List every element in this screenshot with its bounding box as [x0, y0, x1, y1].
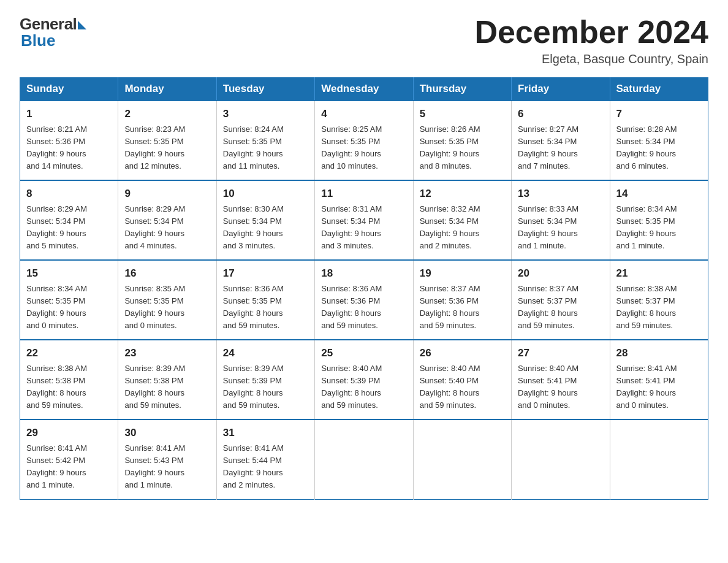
day-number: 13: [518, 186, 603, 202]
calendar-week-row: 8Sunrise: 8:29 AM Sunset: 5:34 PM Daylig…: [20, 180, 708, 260]
day-number: 14: [616, 186, 702, 202]
day-number: 10: [223, 186, 308, 202]
calendar-cell: 6Sunrise: 8:27 AM Sunset: 5:34 PM Daylig…: [512, 101, 610, 180]
day-info: Sunrise: 8:26 AM Sunset: 5:35 PM Dayligh…: [420, 123, 505, 173]
calendar-cell: 24Sunrise: 8:39 AM Sunset: 5:39 PM Dayli…: [216, 340, 314, 419]
day-info: Sunrise: 8:31 AM Sunset: 5:34 PM Dayligh…: [321, 203, 406, 253]
calendar-cell: [315, 419, 413, 499]
calendar-cell: 12Sunrise: 8:32 AM Sunset: 5:34 PM Dayli…: [413, 180, 511, 260]
day-info: Sunrise: 8:38 AM Sunset: 5:37 PM Dayligh…: [616, 283, 702, 332]
day-number: 8: [26, 186, 112, 202]
day-number: 6: [518, 106, 603, 122]
calendar-cell: [512, 419, 610, 499]
calendar-cell: 14Sunrise: 8:34 AM Sunset: 5:35 PM Dayli…: [610, 180, 708, 260]
day-info: Sunrise: 8:37 AM Sunset: 5:37 PM Dayligh…: [518, 283, 603, 332]
logo: General Blue: [20, 15, 86, 50]
calendar-cell: 18Sunrise: 8:36 AM Sunset: 5:36 PM Dayli…: [315, 260, 413, 340]
calendar-cell: 10Sunrise: 8:30 AM Sunset: 5:34 PM Dayli…: [216, 180, 314, 260]
day-number: 24: [223, 345, 308, 361]
day-number: 20: [518, 266, 603, 282]
calendar-cell: 20Sunrise: 8:37 AM Sunset: 5:37 PM Dayli…: [512, 260, 610, 340]
day-info: Sunrise: 8:33 AM Sunset: 5:34 PM Dayligh…: [518, 203, 603, 253]
day-of-week-header-friday: Friday: [512, 78, 610, 101]
day-info: Sunrise: 8:41 AM Sunset: 5:41 PM Dayligh…: [616, 362, 702, 412]
day-number: 17: [223, 266, 308, 282]
day-info: Sunrise: 8:29 AM Sunset: 5:34 PM Dayligh…: [124, 203, 210, 253]
day-number: 29: [26, 425, 112, 441]
calendar-cell: [413, 419, 511, 499]
day-info: Sunrise: 8:38 AM Sunset: 5:38 PM Dayligh…: [26, 362, 112, 412]
day-number: 31: [223, 425, 308, 441]
day-info: Sunrise: 8:39 AM Sunset: 5:38 PM Dayligh…: [124, 362, 210, 412]
calendar-cell: 21Sunrise: 8:38 AM Sunset: 5:37 PM Dayli…: [610, 260, 708, 340]
calendar-cell: 23Sunrise: 8:39 AM Sunset: 5:38 PM Dayli…: [118, 340, 216, 419]
day-number: 18: [321, 266, 406, 282]
calendar-cell: 26Sunrise: 8:40 AM Sunset: 5:40 PM Dayli…: [413, 340, 511, 419]
calendar-cell: 27Sunrise: 8:40 AM Sunset: 5:41 PM Dayli…: [512, 340, 610, 419]
calendar-cell: 25Sunrise: 8:40 AM Sunset: 5:39 PM Dayli…: [315, 340, 413, 419]
day-number: 4: [321, 106, 406, 122]
day-number: 21: [616, 266, 702, 282]
logo-blue-text: Blue: [20, 31, 55, 50]
day-of-week-header-thursday: Thursday: [413, 78, 511, 101]
day-info: Sunrise: 8:27 AM Sunset: 5:34 PM Dayligh…: [518, 123, 603, 173]
day-number: 27: [518, 345, 603, 361]
day-info: Sunrise: 8:39 AM Sunset: 5:39 PM Dayligh…: [223, 362, 308, 412]
calendar-week-row: 29Sunrise: 8:41 AM Sunset: 5:42 PM Dayli…: [20, 419, 708, 499]
calendar-cell: 15Sunrise: 8:34 AM Sunset: 5:35 PM Dayli…: [20, 260, 118, 340]
calendar-cell: 3Sunrise: 8:24 AM Sunset: 5:35 PM Daylig…: [216, 101, 314, 180]
day-info: Sunrise: 8:30 AM Sunset: 5:34 PM Dayligh…: [223, 203, 308, 253]
day-info: Sunrise: 8:25 AM Sunset: 5:35 PM Dayligh…: [321, 123, 406, 173]
calendar-cell: 8Sunrise: 8:29 AM Sunset: 5:34 PM Daylig…: [20, 180, 118, 260]
day-number: 2: [124, 106, 210, 122]
day-info: Sunrise: 8:37 AM Sunset: 5:36 PM Dayligh…: [420, 283, 505, 332]
day-number: 12: [420, 186, 505, 202]
calendar-week-row: 1Sunrise: 8:21 AM Sunset: 5:36 PM Daylig…: [20, 101, 708, 180]
day-of-week-header-sunday: Sunday: [20, 78, 118, 101]
month-title: December 2024: [474, 15, 708, 50]
calendar-cell: 1Sunrise: 8:21 AM Sunset: 5:36 PM Daylig…: [20, 101, 118, 180]
calendar-cell: 5Sunrise: 8:26 AM Sunset: 5:35 PM Daylig…: [413, 101, 511, 180]
day-number: 28: [616, 345, 702, 361]
day-info: Sunrise: 8:41 AM Sunset: 5:44 PM Dayligh…: [223, 442, 308, 492]
day-info: Sunrise: 8:28 AM Sunset: 5:34 PM Dayligh…: [616, 123, 702, 173]
day-info: Sunrise: 8:35 AM Sunset: 5:35 PM Dayligh…: [124, 283, 210, 332]
day-number: 11: [321, 186, 406, 202]
day-of-week-header-tuesday: Tuesday: [216, 78, 314, 101]
calendar-week-row: 15Sunrise: 8:34 AM Sunset: 5:35 PM Dayli…: [20, 260, 708, 340]
day-number: 3: [223, 106, 308, 122]
day-number: 15: [26, 266, 112, 282]
day-info: Sunrise: 8:36 AM Sunset: 5:36 PM Dayligh…: [321, 283, 406, 332]
day-number: 9: [124, 186, 210, 202]
title-area: December 2024 Elgeta, Basque Country, Sp…: [474, 15, 708, 66]
calendar-table: SundayMondayTuesdayWednesdayThursdayFrid…: [20, 77, 708, 499]
day-info: Sunrise: 8:21 AM Sunset: 5:36 PM Dayligh…: [26, 123, 112, 173]
calendar-cell: 4Sunrise: 8:25 AM Sunset: 5:35 PM Daylig…: [315, 101, 413, 180]
day-info: Sunrise: 8:40 AM Sunset: 5:40 PM Dayligh…: [420, 362, 505, 412]
day-number: 23: [124, 345, 210, 361]
day-info: Sunrise: 8:40 AM Sunset: 5:39 PM Dayligh…: [321, 362, 406, 412]
day-number: 7: [616, 106, 702, 122]
day-number: 1: [26, 106, 112, 122]
calendar-header-row: SundayMondayTuesdayWednesdayThursdayFrid…: [20, 78, 708, 101]
calendar-cell: 7Sunrise: 8:28 AM Sunset: 5:34 PM Daylig…: [610, 101, 708, 180]
day-number: 30: [124, 425, 210, 441]
day-number: 22: [26, 345, 112, 361]
day-of-week-header-saturday: Saturday: [610, 78, 708, 101]
day-number: 19: [420, 266, 505, 282]
day-number: 25: [321, 345, 406, 361]
calendar-cell: 13Sunrise: 8:33 AM Sunset: 5:34 PM Dayli…: [512, 180, 610, 260]
day-info: Sunrise: 8:34 AM Sunset: 5:35 PM Dayligh…: [616, 203, 702, 253]
calendar-cell: [610, 419, 708, 499]
calendar-cell: 30Sunrise: 8:41 AM Sunset: 5:43 PM Dayli…: [118, 419, 216, 499]
logo-triangle-icon: [78, 21, 86, 29]
day-of-week-header-wednesday: Wednesday: [315, 78, 413, 101]
day-info: Sunrise: 8:41 AM Sunset: 5:42 PM Dayligh…: [26, 442, 112, 492]
day-info: Sunrise: 8:29 AM Sunset: 5:34 PM Dayligh…: [26, 203, 112, 253]
calendar-cell: 17Sunrise: 8:36 AM Sunset: 5:35 PM Dayli…: [216, 260, 314, 340]
calendar-cell: 22Sunrise: 8:38 AM Sunset: 5:38 PM Dayli…: [20, 340, 118, 419]
day-info: Sunrise: 8:41 AM Sunset: 5:43 PM Dayligh…: [124, 442, 210, 492]
day-info: Sunrise: 8:24 AM Sunset: 5:35 PM Dayligh…: [223, 123, 308, 173]
calendar-cell: 16Sunrise: 8:35 AM Sunset: 5:35 PM Dayli…: [118, 260, 216, 340]
day-info: Sunrise: 8:34 AM Sunset: 5:35 PM Dayligh…: [26, 283, 112, 332]
